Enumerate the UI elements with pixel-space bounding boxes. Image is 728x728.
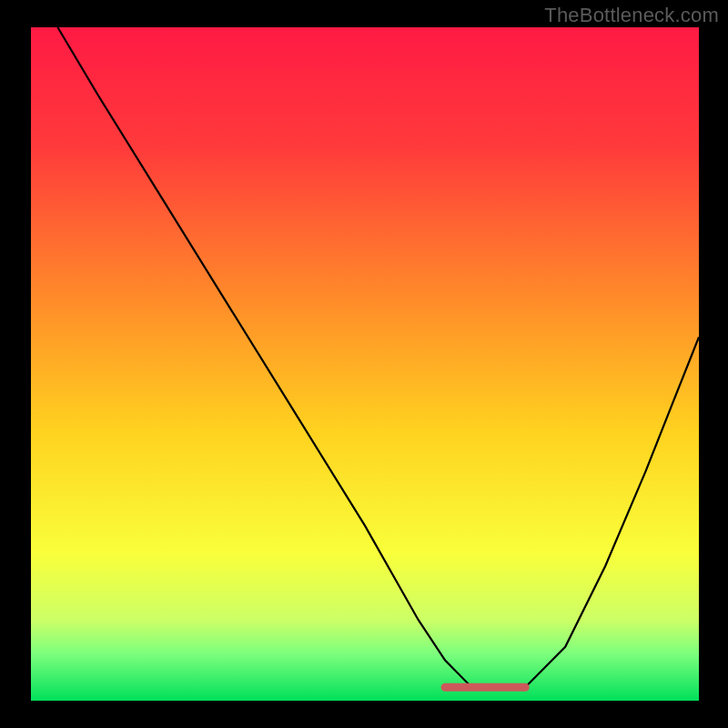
chart-frame: TheBottleneck.com — [0, 0, 728, 728]
watermark-text: TheBottleneck.com — [544, 4, 719, 27]
plot-background — [31, 27, 699, 701]
bottleneck-chart — [0, 0, 728, 728]
